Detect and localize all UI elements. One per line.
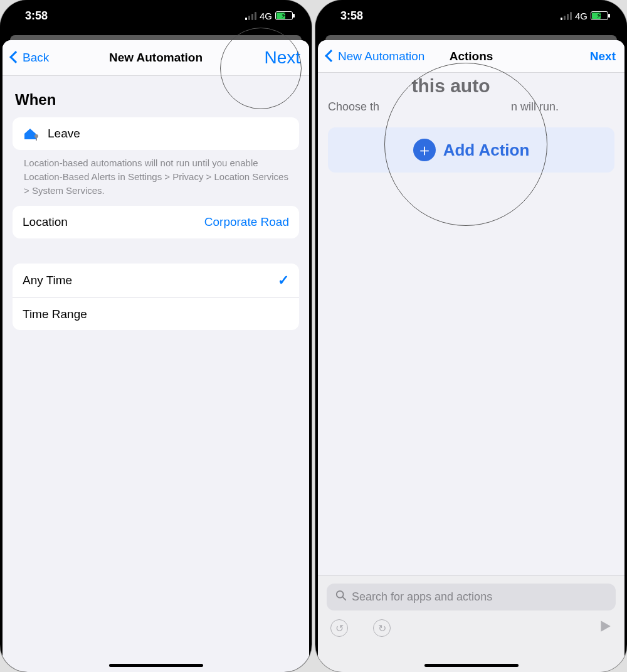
phone-right: 3:58 4G ⚡︎ New Automation Actions Next x… xyxy=(315,0,627,672)
chevron-left-icon xyxy=(11,51,21,65)
back-button[interactable]: New Automation xyxy=(327,50,424,63)
content-area: xxthis automation Choose th n will run. … xyxy=(318,73,624,575)
page-header-partial: xxthis automation xyxy=(328,75,614,97)
back-label: New Automation xyxy=(338,50,424,63)
trigger-row-leave[interactable]: Leave xyxy=(13,117,299,150)
search-placeholder: Search for apps and actions xyxy=(352,590,492,604)
cellular-signal-icon xyxy=(561,12,572,20)
back-button[interactable]: Back xyxy=(11,51,49,65)
location-row[interactable]: Location Corporate Road xyxy=(13,206,299,238)
network-label: 4G xyxy=(575,11,587,21)
status-indicators: 4G ⚡︎ xyxy=(561,11,608,21)
run-button[interactable] xyxy=(598,619,612,637)
trigger-card: Leave xyxy=(13,117,299,150)
nav-bar: New Automation Actions Next xyxy=(318,40,624,73)
sheet-background-peek xyxy=(315,31,627,40)
nav-title: New Automation xyxy=(109,51,203,65)
add-action-label: Add Action xyxy=(443,141,530,160)
status-indicators: 4G ⚡︎ xyxy=(245,11,293,21)
search-icon xyxy=(335,590,347,604)
cellular-signal-icon xyxy=(245,12,256,20)
network-label: 4G xyxy=(260,11,272,21)
sheet-background-peek xyxy=(0,31,312,40)
checkmark-icon: ✓ xyxy=(278,272,289,289)
time-options-card: Any Time ✓ Time Range xyxy=(13,264,299,330)
redo-button[interactable]: ↻ xyxy=(373,619,391,637)
time-option-range[interactable]: Time Range xyxy=(13,297,299,330)
location-value: Corporate Road xyxy=(204,215,289,229)
status-time: 3:58 xyxy=(340,9,363,23)
status-time: 3:58 xyxy=(25,9,48,23)
any-time-label: Any Time xyxy=(23,274,72,287)
content-area: When Leave Location-based automations wi… xyxy=(3,76,309,672)
status-bar: 3:58 4G ⚡︎ xyxy=(0,0,312,31)
trigger-label: Leave xyxy=(48,127,80,141)
page-subheader: Choose th n will run. xyxy=(328,100,614,114)
home-indicator[interactable] xyxy=(424,664,519,667)
next-button[interactable]: Next xyxy=(590,50,616,63)
location-label: Location xyxy=(23,215,68,229)
editor-toolbar: ↺ ↻ xyxy=(327,611,616,637)
time-option-any[interactable]: Any Time ✓ xyxy=(13,264,299,297)
leave-home-icon xyxy=(23,126,40,141)
location-card: Location Corporate Road xyxy=(13,206,299,238)
battery-icon: ⚡︎ xyxy=(275,11,293,20)
back-label: Back xyxy=(23,51,49,65)
svg-rect-1 xyxy=(36,137,37,141)
time-range-label: Time Range xyxy=(23,307,87,321)
svg-point-2 xyxy=(337,591,344,598)
bottom-panel: Search for apps and actions ↺ ↻ xyxy=(318,575,624,672)
home-indicator[interactable] xyxy=(109,664,203,667)
nav-bar: Back New Automation Next xyxy=(3,40,309,76)
search-field[interactable]: Search for apps and actions xyxy=(327,584,616,611)
phone-left: 3:58 4G ⚡︎ Back New Automation Next When xyxy=(0,0,312,672)
when-heading: When xyxy=(15,91,298,109)
undo-button[interactable]: ↺ xyxy=(330,619,348,637)
actions-sheet: New Automation Actions Next xxthis autom… xyxy=(318,40,624,672)
add-action-button[interactable]: ＋ Add Action xyxy=(328,127,614,173)
nav-title: Actions xyxy=(450,50,493,63)
chevron-left-icon xyxy=(327,50,337,63)
location-footnote: Location-based automations will not run … xyxy=(13,150,299,206)
automation-sheet: Back New Automation Next When Leave xyxy=(3,40,309,672)
status-bar: 3:58 4G ⚡︎ xyxy=(315,0,627,31)
next-button[interactable]: Next xyxy=(264,48,300,68)
plus-icon: ＋ xyxy=(413,139,436,161)
battery-icon: ⚡︎ xyxy=(591,11,608,20)
svg-line-3 xyxy=(343,597,346,600)
